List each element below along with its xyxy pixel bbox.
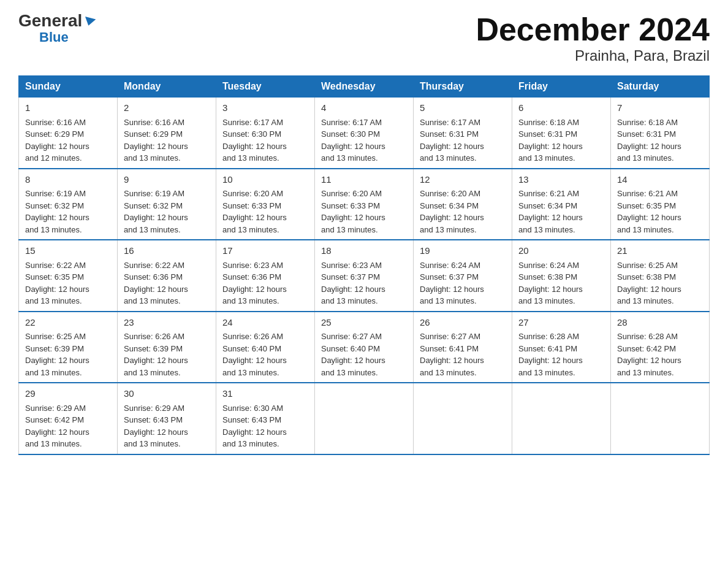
calendar-cell xyxy=(315,383,414,454)
day-number: 15 xyxy=(25,244,111,258)
day-number: 9 xyxy=(124,173,210,187)
day-info: Sunrise: 6:23 AMSunset: 6:36 PMDaylight:… xyxy=(222,261,287,306)
calendar-cell: 27Sunrise: 6:28 AMSunset: 6:41 PMDayligh… xyxy=(512,312,611,383)
day-info: Sunrise: 6:29 AMSunset: 6:42 PMDaylight:… xyxy=(25,404,89,449)
calendar-cell: 14Sunrise: 6:21 AMSunset: 6:35 PMDayligh… xyxy=(611,169,710,240)
day-number: 14 xyxy=(617,173,703,187)
calendar-cell: 1Sunrise: 6:16 AMSunset: 6:29 PMDaylight… xyxy=(19,98,118,169)
day-info: Sunrise: 6:26 AMSunset: 6:39 PMDaylight:… xyxy=(124,332,188,377)
day-info: Sunrise: 6:25 AMSunset: 6:38 PMDaylight:… xyxy=(617,261,681,306)
logo: General Blue xyxy=(18,12,95,45)
weekday-header-tuesday: Tuesday xyxy=(216,76,315,98)
day-info: Sunrise: 6:27 AMSunset: 6:40 PMDaylight:… xyxy=(321,332,385,377)
weekday-header-wednesday: Wednesday xyxy=(315,76,414,98)
calendar-cell: 11Sunrise: 6:20 AMSunset: 6:33 PMDayligh… xyxy=(315,169,414,240)
day-info: Sunrise: 6:20 AMSunset: 6:33 PMDaylight:… xyxy=(321,189,385,234)
day-number: 17 xyxy=(222,244,308,258)
day-number: 7 xyxy=(617,101,703,115)
day-number: 28 xyxy=(617,316,703,330)
weekday-header-row: SundayMondayTuesdayWednesdayThursdayFrid… xyxy=(19,76,710,98)
weekday-header-saturday: Saturday xyxy=(611,76,710,98)
day-number: 30 xyxy=(124,387,210,401)
day-info: Sunrise: 6:29 AMSunset: 6:43 PMDaylight:… xyxy=(124,404,188,449)
calendar-cell xyxy=(611,383,710,454)
day-info: Sunrise: 6:24 AMSunset: 6:37 PMDaylight:… xyxy=(420,261,484,306)
calendar-cell: 5Sunrise: 6:17 AMSunset: 6:31 PMDaylight… xyxy=(414,98,512,169)
week-row-2: 8Sunrise: 6:19 AMSunset: 6:32 PMDaylight… xyxy=(19,169,710,240)
day-info: Sunrise: 6:19 AMSunset: 6:32 PMDaylight:… xyxy=(124,189,188,234)
week-row-1: 1Sunrise: 6:16 AMSunset: 6:29 PMDaylight… xyxy=(19,98,710,169)
calendar-cell: 6Sunrise: 6:18 AMSunset: 6:31 PMDaylight… xyxy=(512,98,611,169)
day-number: 31 xyxy=(222,387,308,401)
weekday-header-monday: Monday xyxy=(118,76,216,98)
day-number: 20 xyxy=(518,244,604,258)
week-row-5: 29Sunrise: 6:29 AMSunset: 6:42 PMDayligh… xyxy=(19,383,710,454)
title-block: December 2024 Prainha, Para, Brazil xyxy=(476,12,710,64)
calendar-cell: 31Sunrise: 6:30 AMSunset: 6:43 PMDayligh… xyxy=(216,383,315,454)
day-info: Sunrise: 6:20 AMSunset: 6:33 PMDaylight:… xyxy=(222,189,287,234)
page-header: General Blue December 2024 Prainha, Para… xyxy=(18,12,710,64)
logo-triangle-icon xyxy=(83,17,96,27)
weekday-header-sunday: Sunday xyxy=(19,76,118,98)
day-info: Sunrise: 6:23 AMSunset: 6:37 PMDaylight:… xyxy=(321,261,385,306)
day-info: Sunrise: 6:30 AMSunset: 6:43 PMDaylight:… xyxy=(222,404,287,449)
day-info: Sunrise: 6:17 AMSunset: 6:31 PMDaylight:… xyxy=(420,118,484,163)
calendar-cell: 17Sunrise: 6:23 AMSunset: 6:36 PMDayligh… xyxy=(216,240,315,312)
day-info: Sunrise: 6:28 AMSunset: 6:41 PMDaylight:… xyxy=(518,332,583,377)
day-number: 13 xyxy=(518,173,604,187)
weekday-header-friday: Friday xyxy=(512,76,611,98)
calendar-cell: 13Sunrise: 6:21 AMSunset: 6:34 PMDayligh… xyxy=(512,169,611,240)
calendar-cell: 30Sunrise: 6:29 AMSunset: 6:43 PMDayligh… xyxy=(118,383,216,454)
day-info: Sunrise: 6:28 AMSunset: 6:42 PMDaylight:… xyxy=(617,332,681,377)
calendar-cell: 20Sunrise: 6:24 AMSunset: 6:38 PMDayligh… xyxy=(512,240,611,312)
calendar-table: SundayMondayTuesdayWednesdayThursdayFrid… xyxy=(18,75,710,455)
day-info: Sunrise: 6:20 AMSunset: 6:34 PMDaylight:… xyxy=(420,189,484,234)
day-number: 5 xyxy=(420,101,506,115)
calendar-cell: 8Sunrise: 6:19 AMSunset: 6:32 PMDaylight… xyxy=(19,169,118,240)
calendar-header: SundayMondayTuesdayWednesdayThursdayFrid… xyxy=(19,76,710,98)
calendar-cell: 2Sunrise: 6:16 AMSunset: 6:29 PMDaylight… xyxy=(118,98,216,169)
day-info: Sunrise: 6:18 AMSunset: 6:31 PMDaylight:… xyxy=(617,118,681,163)
calendar-subtitle: Prainha, Para, Brazil xyxy=(476,47,710,64)
day-info: Sunrise: 6:25 AMSunset: 6:39 PMDaylight:… xyxy=(25,332,89,377)
day-number: 1 xyxy=(25,101,111,115)
calendar-cell: 4Sunrise: 6:17 AMSunset: 6:30 PMDaylight… xyxy=(315,98,414,169)
day-number: 24 xyxy=(222,316,308,330)
day-info: Sunrise: 6:27 AMSunset: 6:41 PMDaylight:… xyxy=(420,332,484,377)
day-info: Sunrise: 6:22 AMSunset: 6:36 PMDaylight:… xyxy=(124,261,188,306)
day-info: Sunrise: 6:17 AMSunset: 6:30 PMDaylight:… xyxy=(321,118,385,163)
calendar-cell: 29Sunrise: 6:29 AMSunset: 6:42 PMDayligh… xyxy=(19,383,118,454)
day-number: 10 xyxy=(222,173,308,187)
day-number: 18 xyxy=(321,244,407,258)
day-number: 8 xyxy=(25,173,111,187)
calendar-cell: 12Sunrise: 6:20 AMSunset: 6:34 PMDayligh… xyxy=(414,169,512,240)
day-number: 23 xyxy=(124,316,210,330)
day-number: 29 xyxy=(25,387,111,401)
day-number: 2 xyxy=(124,101,210,115)
day-number: 25 xyxy=(321,316,407,330)
day-info: Sunrise: 6:16 AMSunset: 6:29 PMDaylight:… xyxy=(124,118,188,163)
day-number: 22 xyxy=(25,316,111,330)
day-number: 3 xyxy=(222,101,308,115)
week-row-4: 22Sunrise: 6:25 AMSunset: 6:39 PMDayligh… xyxy=(19,312,710,383)
day-info: Sunrise: 6:22 AMSunset: 6:35 PMDaylight:… xyxy=(25,261,89,306)
day-number: 21 xyxy=(617,244,703,258)
day-number: 6 xyxy=(518,101,604,115)
calendar-cell: 15Sunrise: 6:22 AMSunset: 6:35 PMDayligh… xyxy=(19,240,118,312)
calendar-cell: 23Sunrise: 6:26 AMSunset: 6:39 PMDayligh… xyxy=(118,312,216,383)
day-number: 11 xyxy=(321,173,407,187)
day-info: Sunrise: 6:19 AMSunset: 6:32 PMDaylight:… xyxy=(25,189,89,234)
calendar-cell: 25Sunrise: 6:27 AMSunset: 6:40 PMDayligh… xyxy=(315,312,414,383)
day-number: 27 xyxy=(518,316,604,330)
day-number: 19 xyxy=(420,244,506,258)
week-row-3: 15Sunrise: 6:22 AMSunset: 6:35 PMDayligh… xyxy=(19,240,710,312)
calendar-cell: 26Sunrise: 6:27 AMSunset: 6:41 PMDayligh… xyxy=(414,312,512,383)
calendar-title: December 2024 xyxy=(476,12,710,47)
calendar-cell: 21Sunrise: 6:25 AMSunset: 6:38 PMDayligh… xyxy=(611,240,710,312)
weekday-header-thursday: Thursday xyxy=(414,76,512,98)
logo-blue: Blue xyxy=(39,29,69,45)
day-info: Sunrise: 6:21 AMSunset: 6:34 PMDaylight:… xyxy=(518,189,583,234)
calendar-cell: 18Sunrise: 6:23 AMSunset: 6:37 PMDayligh… xyxy=(315,240,414,312)
calendar-cell xyxy=(414,383,512,454)
calendar-cell: 10Sunrise: 6:20 AMSunset: 6:33 PMDayligh… xyxy=(216,169,315,240)
